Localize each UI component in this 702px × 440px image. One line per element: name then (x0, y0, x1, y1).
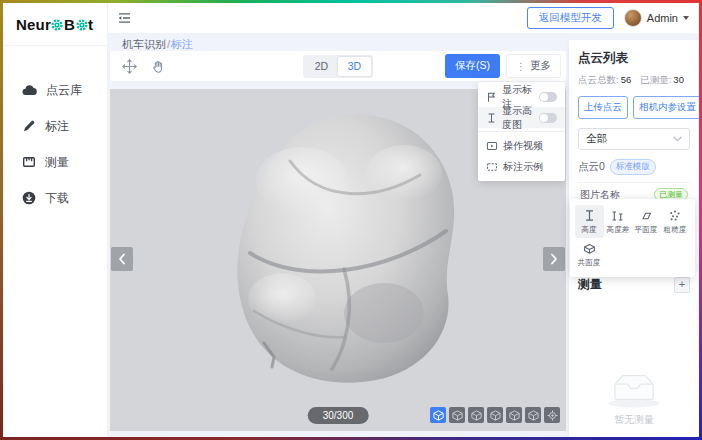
measure-title: 测量 (578, 276, 602, 293)
panel-buttons: 上传点云 相机内参设置 (578, 96, 690, 119)
tool-height-difference[interactable]: 高度差 (604, 205, 633, 238)
measure-icon (22, 155, 36, 169)
view-cube-left-button[interactable] (487, 407, 503, 423)
view-cube-back-button[interactable] (468, 407, 484, 423)
sidebar-item-label: 标注 (45, 118, 69, 135)
empty-box-icon (603, 367, 665, 409)
download-icon (22, 191, 36, 205)
sidebar: Neur B t 点云库 标注 测量 下载 (3, 3, 108, 437)
tool-coplanarity[interactable]: 共面度 (575, 238, 604, 271)
crosshair-icon (547, 410, 558, 421)
pen-icon (22, 119, 36, 133)
flag-icon (486, 91, 497, 103)
menu-item-label: 显示高度图 (502, 104, 534, 132)
logo-text: Neur (16, 16, 51, 33)
camera-intrinsics-button[interactable]: 相机内参设置 (633, 96, 702, 119)
reset-view-button[interactable] (544, 407, 560, 423)
view-cube-front-button[interactable] (449, 407, 465, 423)
breadcrumb-parent[interactable]: 机车识别 (122, 38, 166, 50)
chevron-right-icon (550, 253, 558, 265)
sidebar-menu: 点云库 标注 测量 下载 (3, 46, 107, 216)
upload-pointcloud-button[interactable]: 上传点云 (578, 96, 628, 119)
view-cube-top-button[interactable] (525, 407, 541, 423)
top-header: 返回模型开发 Admin (108, 3, 699, 33)
sidebar-item-download[interactable]: 下载 (3, 180, 107, 216)
toggle-off[interactable] (539, 92, 557, 102)
sidebar-item-annotate[interactable]: 标注 (3, 108, 107, 144)
empty-state: 暂无测量 (569, 367, 699, 427)
filter-select[interactable]: 全部 (578, 128, 690, 150)
collapse-sidebar-icon[interactable] (117, 12, 132, 24)
logo-text: B (64, 16, 75, 33)
height-icon (583, 209, 596, 222)
tooth-mesh-3d (194, 103, 484, 403)
cloud-icon (22, 84, 37, 96)
menu-item-show-heightmap[interactable]: 显示高度图 (478, 107, 565, 128)
chevron-down-icon (683, 16, 689, 20)
menu-item-annotation-example[interactable]: 标注示例 (478, 156, 565, 177)
app-window: Neur B t 点云库 标注 测量 下载 (0, 0, 702, 440)
more-label: 更多 (530, 59, 551, 73)
breadcrumb-separator: / (167, 38, 170, 50)
toggle-off[interactable] (539, 113, 557, 123)
header-right: 返回模型开发 Admin (527, 7, 699, 29)
save-button[interactable]: 保存(S) (445, 54, 500, 78)
measured-value: 30 (673, 74, 684, 85)
logo-row: Neur B t (3, 3, 107, 46)
mode-2d-button[interactable]: 2D (305, 57, 338, 76)
kebab-icon: ⋮ (516, 61, 526, 72)
tool-label: 粗糙度 (663, 224, 686, 234)
mode-3d-button[interactable]: 3D (338, 57, 371, 76)
chevron-left-icon (118, 253, 126, 265)
menu-item-label: 标注示例 (503, 160, 543, 174)
toolbar-left (110, 58, 166, 75)
sidebar-item-label: 下载 (45, 190, 69, 207)
view-cube-right-button[interactable] (506, 407, 522, 423)
tool-label: 共面度 (578, 257, 601, 267)
tool-label: 平面度 (635, 224, 658, 234)
coplanarity-icon (583, 242, 596, 255)
view-mode-segmented: 2D 3D (303, 55, 373, 78)
flatness-icon (640, 209, 653, 222)
app-logo: Neur B t (16, 16, 93, 33)
chevron-down-icon (673, 136, 682, 142)
measured-label: 已测量: (640, 74, 671, 85)
breadcrumb-current: 标注 (171, 38, 193, 50)
prev-image-button[interactable] (111, 247, 133, 271)
sidebar-item-pointcloud-library[interactable]: 点云库 (3, 72, 107, 108)
roughness-icon (668, 209, 681, 222)
measure-tools-popover: 高度 高度差 平面度 粗糙度 共面度 (570, 199, 695, 277)
view-preset-toolbar (430, 407, 560, 423)
pan-move-icon[interactable] (121, 58, 138, 75)
sidebar-item-label: 测量 (45, 154, 69, 171)
more-dropdown-menu: 显示标注 显示高度图 操作视频 标注示例 (478, 82, 565, 181)
tool-label: 高度差 (606, 224, 629, 234)
hand-drag-icon[interactable] (151, 59, 166, 74)
tool-label: 高度 (582, 224, 597, 234)
sidebar-item-label: 点云库 (46, 82, 82, 99)
tool-flatness[interactable]: 平面度 (632, 205, 661, 238)
back-to-model-dev-button[interactable]: 返回模型开发 (527, 7, 614, 29)
view-cube-iso-button[interactable] (430, 407, 446, 423)
sidebar-item-measure[interactable]: 测量 (3, 144, 107, 180)
more-button[interactable]: ⋮更多 (506, 54, 561, 78)
next-image-button[interactable] (543, 247, 565, 271)
avatar (624, 9, 642, 27)
canvas-toolbar: 2D 3D 保存(S) ⋮更多 (110, 51, 566, 81)
user-menu[interactable]: Admin (624, 9, 689, 27)
video-icon (486, 140, 498, 152)
add-measure-button[interactable]: + (674, 277, 690, 293)
measure-section-header: 测量 + (578, 276, 690, 293)
menu-item-tutorial-video[interactable]: 操作视频 (478, 135, 565, 156)
template-pointcloud-row[interactable]: 点云0 标准模版 (578, 159, 690, 183)
height-ibeam-icon (486, 112, 497, 124)
filter-value: 全部 (586, 132, 607, 146)
tool-roughness[interactable]: 粗糙度 (661, 205, 690, 238)
frame-counter: 30/300 (308, 407, 369, 424)
empty-text: 暂无测量 (614, 413, 654, 427)
pointcloud-stats: 点云总数:56 已测量:30 (578, 74, 690, 87)
tool-height[interactable]: 高度 (575, 205, 604, 238)
logo-text: t (88, 16, 93, 33)
tools-grid: 高度 高度差 平面度 粗糙度 共面度 (575, 205, 690, 271)
gear-icon (76, 19, 88, 31)
